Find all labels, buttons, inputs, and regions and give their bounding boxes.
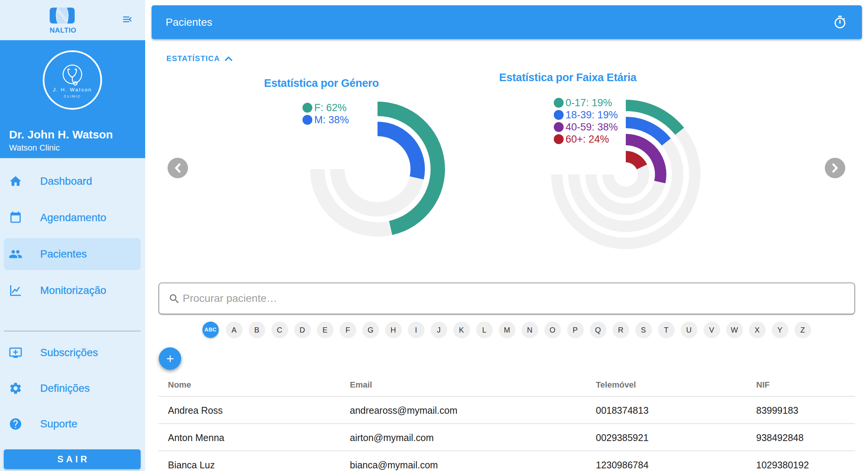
alphabet-chip-b[interactable]: B [249, 322, 265, 338]
table-cell: 1029380192 [756, 460, 809, 471]
radial-chart-0 [309, 101, 446, 237]
plus-icon [165, 353, 176, 364]
chart-icon [9, 284, 22, 297]
sidebar-menu-top: DashboardAgendamentoPacientesMonitorizaç… [0, 163, 145, 309]
alphabet-chip-q[interactable]: Q [590, 322, 606, 338]
alphabet-chip-g[interactable]: G [362, 322, 379, 338]
statistics-section-toggle[interactable]: ESTATÍSTICA [166, 54, 232, 63]
timer-icon[interactable] [833, 15, 847, 30]
carousel-next-button[interactable] [825, 158, 845, 178]
chevron-right-icon [830, 162, 840, 174]
alphabet-chip-i[interactable]: I [408, 322, 425, 338]
logout-button[interactable]: SAIR [4, 449, 141, 469]
alphabet-chip-o[interactable]: O [544, 322, 561, 338]
chart-title: Estatística por Faixa Etária [499, 71, 636, 84]
carousel-prev-button[interactable] [168, 158, 188, 178]
menu-open-icon [121, 14, 134, 25]
sidebar-item-agendamento[interactable]: Agendamento [0, 199, 145, 236]
alphabet-chip-y[interactable]: Y [772, 322, 788, 338]
alphabet-chip-k[interactable]: K [453, 322, 470, 338]
chevron-left-icon [173, 162, 183, 174]
table-row[interactable]: Andrea Rossandreaross@mymail.com00183748… [158, 397, 855, 424]
table-cell: bianca@mymail.com [350, 460, 438, 471]
alphabet-chip-h[interactable]: H [385, 322, 402, 338]
app-root: NALTIO J. H. Watson CLINIC Dr. John H. [0, 0, 868, 471]
doctor-name: Dr. John H. Watson [9, 128, 113, 141]
table-cell: andreaross@mymail.com [350, 405, 458, 416]
search-icon [168, 293, 180, 305]
menu-collapse-button[interactable] [121, 14, 134, 25]
alphabet-chip-f[interactable]: F [340, 322, 356, 338]
table-header-0: Nome [168, 380, 191, 390]
table-row[interactable]: Bianca Luzbianca@mymail.com1230986784102… [158, 451, 855, 471]
gear-icon [9, 382, 22, 395]
alphabet-chip-r[interactable]: R [613, 322, 629, 338]
chevron-up-icon [225, 56, 232, 61]
alphabet-chip-c[interactable]: C [271, 322, 288, 338]
alphabet-chip-e[interactable]: E [317, 322, 334, 338]
alphabet-chip-d[interactable]: D [294, 322, 311, 338]
sidebar-item-monitorizacao[interactable]: Monitorização [0, 272, 145, 309]
sidebar-item-label: Subscrições [40, 347, 98, 359]
help-icon [9, 417, 22, 431]
add-patient-button[interactable] [159, 347, 181, 370]
chart-title: Estatística por Género [264, 77, 379, 89]
alphabet-chip-n[interactable]: N [522, 322, 538, 338]
alphabet-chip-a[interactable]: A [226, 322, 243, 338]
sidebar-item-definicoes[interactable]: Definições [0, 371, 145, 406]
sidebar-item-suporte[interactable]: Suporte [0, 406, 145, 442]
naltio-logo-icon [50, 8, 75, 24]
sidebar: NALTIO J. H. Watson CLINIC Dr. John H. [0, 0, 145, 471]
table-row[interactable]: Anton Mennaairton@mymail.com002938592193… [158, 424, 855, 451]
alphabet-chip-j[interactable]: J [431, 322, 447, 338]
add-to-queue-icon [9, 346, 22, 360]
patients-table: NomeEmailTelemóvelNIFAndrea Rossandrearo… [158, 375, 855, 471]
table-cell: 0029385921 [596, 432, 649, 443]
sidebar-menu-bottom: SubscriçõesDefiniçõesSuporte [0, 335, 145, 442]
table-cell: 83999183 [756, 405, 798, 416]
statistics-section-label: ESTATÍSTICA [166, 54, 220, 63]
page-title: Pacientes [166, 16, 212, 28]
table-cell: Anton Menna [168, 432, 224, 443]
alphabet-chip-x[interactable]: X [749, 322, 766, 338]
sidebar-item-label: Dashboard [40, 175, 92, 187]
sidebar-item-dashboard[interactable]: Dashboard [0, 163, 145, 199]
home-icon [9, 174, 22, 188]
alphabet-chip-v[interactable]: V [703, 322, 720, 338]
clinic-name: Watson Clinic [9, 143, 60, 153]
search-box [158, 283, 855, 314]
radial-chart-1 [550, 99, 701, 250]
avatar-clinic-name: J. H. Watson [53, 87, 92, 93]
alphabet-chip-u[interactable]: U [681, 322, 697, 338]
sidebar-item-subscricoes[interactable]: Subscrições [0, 335, 145, 371]
calendar-icon [9, 211, 22, 225]
search-input[interactable] [183, 283, 846, 314]
sidebar-item-label: Pacientes [40, 248, 87, 260]
table-cell: airton@mymail.com [350, 432, 434, 443]
alphabet-chip-w[interactable]: W [726, 322, 743, 338]
table-header-2: Telemóvel [596, 380, 636, 390]
sidebar-item-label: Agendamento [40, 212, 106, 224]
sidebar-item-label: Suporte [40, 418, 77, 430]
table-cell: 938492848 [756, 432, 804, 443]
alphabet-chip-abc[interactable]: ABC [202, 322, 219, 338]
avatar-clinic-sub: CLINIC [64, 94, 81, 98]
alphabet-chip-z[interactable]: Z [794, 322, 811, 338]
table-cell: Bianca Luz [168, 460, 215, 471]
sidebar-divider [4, 331, 141, 331]
alphabet-chip-m[interactable]: M [499, 322, 515, 338]
alphabet-chip-t[interactable]: T [658, 322, 675, 338]
profile-panel: J. H. Watson CLINIC Dr. John H. Watson W… [0, 40, 145, 158]
people-icon [9, 247, 22, 261]
sidebar-item-pacientes[interactable]: Pacientes [0, 236, 145, 272]
table-header-1: Email [350, 380, 372, 390]
table-cell: 0018374813 [596, 405, 649, 416]
page-appbar: Pacientes [152, 5, 862, 39]
table-cell: 1230986784 [596, 460, 649, 471]
clinic-avatar: J. H. Watson CLINIC [42, 50, 102, 110]
table-cell: Andrea Ross [168, 405, 223, 416]
alphabet-chip-p[interactable]: P [567, 322, 584, 338]
table-header-3: NIF [756, 380, 769, 390]
alphabet-chip-l[interactable]: L [476, 322, 493, 338]
alphabet-chip-s[interactable]: S [635, 322, 652, 338]
